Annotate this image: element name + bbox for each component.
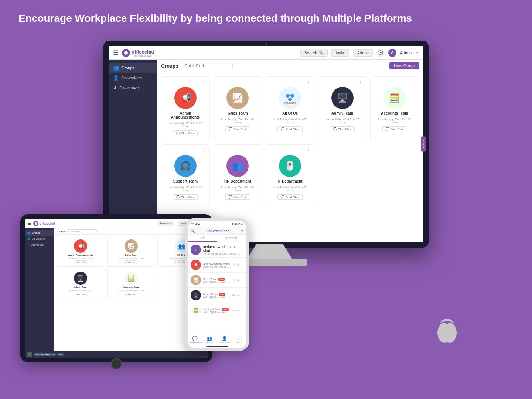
start-chat-sales-team[interactable]: 💬 Start Chat — [225, 126, 250, 132]
tablet-start-chat-admin-ann[interactable]: Start Chat — [75, 260, 87, 264]
start-chat-admin-announcements[interactable]: 💬 Start Chat — [173, 130, 198, 136]
phone-search-icon[interactable]: 🔍 — [191, 229, 195, 233]
new-group-button[interactable]: New Group — [389, 62, 419, 69]
tablet-coworkers-label: Co-workers — [32, 238, 45, 240]
phone-conv-invite[interactable]: + Invite co-workers to chat To get conve… — [188, 242, 246, 258]
tablet-tab-coworkers[interactable]: All Co-workers (1) — [34, 353, 56, 356]
groups-grid-row2: ⋮ 🎧 Support Team Last Activity: Wed Feb … — [157, 144, 423, 208]
phone-sales-msg: Ajith: Ajith has added aj@@mangoapps.com… — [203, 281, 230, 283]
group-card-hr: ⋮ 👥 HR Department Last Activity: Wed Feb… — [214, 144, 262, 204]
hamburger-icon[interactable]: ☰ — [113, 49, 118, 56]
group-menu-icon-support[interactable]: ⋮ — [202, 149, 206, 153]
tablet-sidebar: 👥 Groups 👤 Co-workers ⬇ Downloads — [25, 228, 54, 351]
admin-chevron-icon[interactable]: ▼ — [415, 51, 419, 55]
tablet-group-name-admin-ann: Admin Announcements — [68, 254, 93, 256]
phone-admin-team-msg: Ajith: Ajith has added aj@@mangoapps.com… — [203, 296, 230, 299]
tablet-body: 👥 Groups 👤 Co-workers ⬇ Downloads — [25, 228, 208, 351]
tablet-header: ☰ officechat Search 🔍 Invite Admin — [25, 219, 208, 228]
tablet-groups-icon: 👥 — [27, 231, 30, 234]
phone-conv-sales[interactable]: 📈 Sales Team new Ajith: Ajith has added … — [188, 273, 246, 288]
invite-button[interactable]: Invite — [331, 49, 349, 57]
tablet: ☰ officechat Search 🔍 Invite Admin — [20, 214, 212, 373]
start-chat-it[interactable]: 💬 Start Chat — [277, 194, 302, 200]
sidebar-item-groups[interactable]: 👥 Groups — [109, 63, 157, 73]
group-menu-icon-it[interactable]: ⋮ — [307, 149, 310, 153]
tablet-downloads-icon: ⬇ — [27, 243, 29, 246]
phone-tab-all[interactable]: All — [188, 235, 217, 242]
start-chat-support[interactable]: 💬 Start Chat — [173, 194, 198, 200]
start-chat-hr[interactable]: 💬 Start Chat — [225, 194, 250, 200]
tablet-sidebar-downloads[interactable]: ⬇ Downloads — [25, 242, 54, 248]
tablet-group-card-accounts: 🧮 Accounts Team Last Activity: Wed Feb 0… — [107, 269, 156, 299]
phone-bottom-nav: 💬 Conversations 👥 Groups 👤 Co-workers ☰ … — [188, 334, 246, 345]
tablet-hamburger-icon[interactable]: ☰ — [28, 221, 31, 225]
phone-conv-admin-ann[interactable]: 📢 Admin Announcements Admin: There will … — [188, 258, 246, 273]
sidebar-item-downloads[interactable]: ⬇ Downloads — [109, 83, 157, 93]
group-menu-icon[interactable]: ⋮ — [202, 81, 206, 85]
group-menu-icon-accounts[interactable]: ⋮ — [411, 81, 415, 85]
group-name-sales-team: Sales Team — [228, 111, 248, 115]
hr-department-icon: 👥 — [226, 155, 249, 177]
group-menu-icon-admin-team[interactable]: ⋮ — [359, 81, 362, 85]
support-sidebar[interactable]: Support — [421, 136, 423, 151]
admin-button[interactable]: Admin — [353, 49, 373, 57]
group-menu-icon-sales[interactable]: ⋮ — [254, 81, 258, 85]
phone-conv-accounts[interactable]: 🧮 Accounts Team new Ajith: Ajith has add… — [188, 303, 246, 318]
chat-icon[interactable]: 💬 — [376, 49, 385, 57]
tablet-start-chat-sales[interactable]: Start Chat — [125, 260, 137, 264]
tablet-app-ui: ☰ officechat Search 🔍 Invite Admin — [25, 219, 208, 358]
tablet-group-activity-accounts: Last Activity: Wed Feb 07 2018 — [119, 289, 144, 291]
apple-logo — [436, 318, 458, 347]
groups-icon: 👥 — [113, 65, 119, 71]
sidebar-item-coworkers[interactable]: 👤 Co-workers — [109, 73, 157, 83]
group-menu-icon-all[interactable]: ⋮ — [307, 81, 310, 85]
tablet-sidebar-groups[interactable]: 👥 Groups — [25, 230, 54, 236]
phone-accounts-name: Accounts Team new — [203, 307, 230, 311]
app-name: officechat — [132, 49, 154, 55]
start-chat-all-of-us[interactable]: 💬 Start Chat — [277, 126, 302, 132]
group-activity-admin-team: Last Activity: Wed Feb 07 2018 — [322, 117, 363, 124]
groups-grid-row1: ⋮ 📢 Admin Announcements Last Activity: W… — [157, 72, 423, 144]
phone-nav-groups[interactable]: 👥 Groups — [202, 336, 217, 344]
phone-nav-coworkers[interactable]: 👤 Co-workers — [217, 336, 232, 344]
tablet-tab-all[interactable]: All — [57, 353, 64, 356]
start-chat-accounts-team[interactable]: 💬 Start Chat — [382, 126, 407, 132]
start-chat-admin-team[interactable]: 💬 Start Chat — [330, 126, 355, 132]
tablet-start-chat-admin-team[interactable]: Start Chat — [75, 293, 87, 296]
quick-find-input[interactable] — [181, 62, 233, 69]
tablet-start-chat-accounts[interactable]: Start Chat — [125, 293, 137, 296]
phone-nav-coworkers-label: Co-workers — [219, 341, 230, 344]
tablet-quick-find-input[interactable] — [67, 229, 97, 233]
phone-conv-admin-team[interactable]: 🖥️ Admin Team new Ajith: Ajith has added… — [188, 288, 246, 303]
start-chat-icon-sales: 💬 — [229, 127, 232, 131]
start-chat-label: Start Chat — [181, 132, 194, 135]
phone-conv-arrow-admin-team: › — [242, 294, 243, 297]
phone-conversation-list: + Invite co-workers to chat To get conve… — [188, 242, 246, 334]
tablet-home-button[interactable] — [111, 358, 122, 369]
phone-nav-more[interactable]: ☰ More — [232, 336, 246, 344]
phone-nav-conversations[interactable]: 💬 Conversations — [188, 336, 202, 344]
start-chat-label-admin-team: Start Chat — [338, 127, 351, 131]
tablet-group-activity-admin-ann: Last Activity: Wed Feb 07 2018 — [68, 257, 93, 259]
phone-accounts-content: Accounts Team new Ajith: Ajith has added… — [203, 307, 230, 314]
tablet-sidebar-coworkers[interactable]: 👤 Co-workers — [25, 236, 54, 242]
phone-search-bar: 🔍 Conversations ✏ — [188, 227, 246, 235]
phone-frame: ▽ .ıll ■ 1:54 PM 🔍 Conversations ✏ All U… — [185, 218, 249, 351]
start-chat-icon-all: 💬 — [281, 127, 284, 131]
phone-conv-arrow-invite: › — [242, 248, 243, 252]
phone-admin-ann-msg: Admin: There will be a training Session … — [203, 266, 230, 268]
search-button[interactable]: Search 🔍 — [300, 49, 328, 57]
phone-tab-unread[interactable]: Unread — [217, 235, 247, 242]
tablet-close-button[interactable]: ✕ — [27, 352, 32, 357]
tablet-search-button[interactable]: Search 🔍 — [157, 221, 174, 226]
page-heading: Encourage Workplace Flexibility by being… — [18, 12, 514, 25]
tablet-groups-tab[interactable]: Groups — [57, 230, 66, 233]
tablet-group-activity-admin-team: Last Activity: Wed Feb 07 2018 — [68, 289, 93, 291]
admin-avatar[interactable]: A — [388, 49, 396, 57]
group-card-admin-team: ⋮ 🖥️ Admin Team Last Activity: Wed Feb 0… — [318, 76, 367, 140]
group-name-it: IT Department — [277, 179, 302, 183]
group-menu-icon-hr[interactable]: ⋮ — [254, 149, 258, 153]
groups-tab-label[interactable]: Groups — [161, 63, 178, 69]
tablet-logo-circle — [33, 221, 38, 226]
phone-edit-icon[interactable]: ✏ — [241, 229, 243, 233]
